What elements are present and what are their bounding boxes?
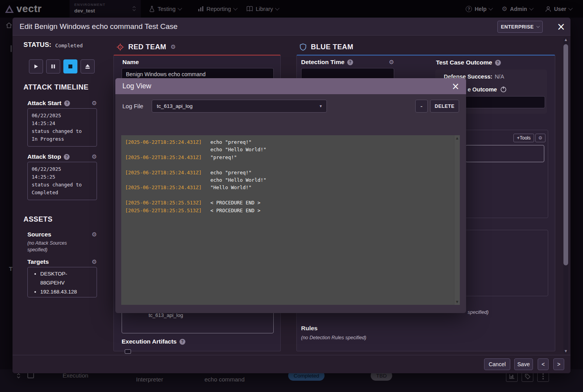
close-icon[interactable]: × <box>557 21 565 32</box>
log-line: [2025-06-22T18:25:24.431Z]"Hello World!" <box>125 184 456 191</box>
chevron-down-icon <box>529 6 533 10</box>
nav-testing[interactable]: Testing <box>149 0 181 18</box>
breadcrumb-fragment <box>11 45 12 52</box>
scroll-down-icon[interactable]: ▼ <box>563 349 568 353</box>
attack-start-row: Attack Start ? ⚙ <box>27 100 97 107</box>
close-icon[interactable]: × <box>452 81 459 91</box>
log-line: [2025-06-22T18:25:24.431Z]echo "prereq!" <box>125 169 456 176</box>
attack-stop-label: Attack Stop <box>27 153 61 160</box>
gear-icon[interactable]: ⚙ <box>92 259 97 265</box>
scroll-up-icon[interactable]: ▲ <box>454 136 460 140</box>
chevron-down-icon <box>178 6 182 10</box>
log-scrollbar[interactable]: ▲ ▼ <box>454 135 460 305</box>
nav-label: Testing <box>158 6 176 12</box>
text-fragment: T <box>9 265 13 272</box>
modal-scrollbar[interactable]: ▲ ▼ <box>563 37 568 354</box>
remove-log-button[interactable]: - <box>415 100 428 113</box>
attack-stop-row: Attack Stop ? ⚙ <box>27 153 97 160</box>
log-file-select[interactable]: tc_613_api_log ▾ <box>152 100 327 113</box>
gear-icon[interactable]: ⚙ <box>92 232 97 238</box>
nav-label: Admin <box>510 6 527 12</box>
help-circle-icon[interactable]: ? <box>347 59 353 65</box>
tools-gear-button[interactable]: ⚙ <box>535 134 545 142</box>
detection-time-label: Detection Time <box>301 59 344 66</box>
log-line: [2025-06-22T18:25:24.431Z]echo "prereq!" <box>125 138 456 146</box>
kebab-icon <box>542 373 544 379</box>
modal-title: Edit Benign Windows echo command Test Ca… <box>20 18 178 36</box>
sort-arrows-icon <box>132 6 136 11</box>
drag-handle-icon[interactable] <box>16 373 21 379</box>
scroll-up-icon[interactable]: ▲ <box>563 38 568 41</box>
bar-chart-icon <box>198 6 204 12</box>
log-line: [2025-06-22T18:25:25.513Z]< PROCEDURE EN… <box>125 199 456 206</box>
chevron-down-icon: ▾ <box>319 104 322 109</box>
gear-icon[interactable]: ⚙ <box>92 100 97 106</box>
nav-help[interactable]: ? Help <box>466 0 492 18</box>
pause-button[interactable] <box>46 59 60 73</box>
help-circle-icon[interactable]: ? <box>179 339 185 345</box>
play-icon <box>33 64 39 69</box>
chevron-down-icon <box>568 6 572 10</box>
top-nav: vectr ENVIRONMENT dev_test Testing Repor… <box>0 0 583 18</box>
home-icon[interactable] <box>5 22 13 29</box>
environment-label: ENVIRONMENT <box>74 3 136 7</box>
gear-icon[interactable]: ⚙ <box>389 59 394 65</box>
log-view-header: Log View × <box>115 78 466 94</box>
help-circle-icon[interactable]: ? <box>495 60 501 66</box>
outcome-label-fragment: e Outcome <box>468 86 497 93</box>
name-cell: echo command <box>204 376 245 383</box>
sources-label: Sources <box>27 231 51 238</box>
log-view-modal: Log View × Log File tc_613_api_log ▾ - D… <box>115 78 466 313</box>
log-view-title: Log View <box>122 78 151 94</box>
help-circle-icon[interactable]: ? <box>64 100 70 106</box>
gear-icon[interactable]: ⚙ <box>92 154 97 160</box>
log-content-area[interactable]: [2025-06-22T18:25:24.431Z]echo "prereq!"… <box>121 135 460 305</box>
targets-box: DESKTOP-88GPEHV192.168.43.128 <box>27 267 97 297</box>
chevron-down-icon <box>536 24 540 27</box>
rules-empty-text: (no Detection Rules specified) <box>301 335 366 341</box>
save-button[interactable]: Save <box>514 358 533 370</box>
modal-footer: Cancel Save < > <box>13 355 570 373</box>
chevron-down-icon <box>489 6 493 10</box>
target-item: 192.168.43.128 <box>40 287 81 296</box>
enterprise-dropdown[interactable]: ENTERPRISE <box>497 21 543 33</box>
detection-time-row: Detection Time ? ⚙ <box>301 59 394 66</box>
vectr-logo[interactable]: vectr <box>5 0 42 18</box>
eject-button[interactable] <box>81 59 95 73</box>
environment-selector[interactable]: ENVIRONMENT dev_test <box>70 0 141 18</box>
cancel-button[interactable]: Cancel <box>484 358 510 370</box>
log-file-item[interactable]: tc_613_api_log <box>149 312 183 318</box>
nav-user[interactable]: User <box>545 0 572 18</box>
modal-header: Edit Benign Windows echo command Test Ca… <box>13 18 570 36</box>
nav-library[interactable]: Library <box>246 0 279 18</box>
prev-button[interactable]: < <box>538 358 549 370</box>
execution-artifacts-row: Execution Artifacts ? <box>122 338 185 345</box>
targets-label: Targets <box>27 258 49 265</box>
artifact-input-fragment <box>125 349 131 354</box>
name-label: Name <box>122 59 139 66</box>
nav-admin[interactable]: ⚙ Admin <box>502 0 533 18</box>
user-icon <box>545 6 551 12</box>
attack-timeline-heading: ATTACK TIMELINE <box>23 83 88 91</box>
scroll-down-icon[interactable]: ▼ <box>454 300 460 304</box>
log-line: echo "Hello World!" <box>125 176 456 184</box>
play-button[interactable] <box>29 59 43 73</box>
outcome-input[interactable] <box>461 96 545 108</box>
chart-icon <box>509 374 515 379</box>
add-tools-button[interactable]: +Tools <box>513 134 534 142</box>
stop-button[interactable] <box>63 59 77 73</box>
defense-success-value: N/A <box>495 73 504 80</box>
help-circle-icon[interactable]: ? <box>64 154 70 160</box>
status-label: STATUS: <box>23 41 51 49</box>
red-team-header: RED TEAM ⚙ <box>117 43 176 51</box>
gear-icon: ⚙ <box>538 136 543 140</box>
nav-label: Help <box>475 6 486 12</box>
gear-icon[interactable]: ⚙ <box>170 44 176 50</box>
next-button[interactable]: > <box>553 358 564 370</box>
power-icon[interactable] <box>500 86 507 93</box>
nav-label: Reporting <box>206 6 231 12</box>
delete-log-button[interactable]: DELETE <box>430 100 459 113</box>
scrollbar-thumb[interactable] <box>563 44 568 265</box>
nav-reporting[interactable]: Reporting <box>198 0 237 18</box>
crosshair-icon <box>117 43 124 51</box>
